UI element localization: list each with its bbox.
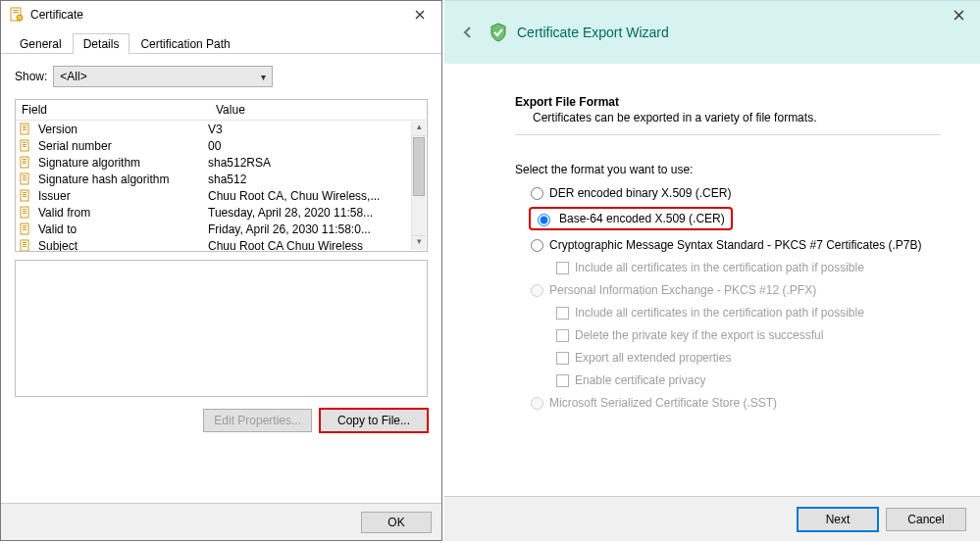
section-title: Export File Format xyxy=(515,95,941,109)
wizard-title: Certificate Export Wizard xyxy=(517,25,669,40)
show-value: <All> xyxy=(60,70,86,83)
list-item[interactable]: IssuerChuu Root CA, Chuu Wireless,... xyxy=(16,187,427,204)
list-item[interactable]: Signature algorithmsha512RSA xyxy=(16,154,427,171)
svg-rect-4 xyxy=(21,123,28,134)
svg-rect-13 xyxy=(23,159,26,160)
export-wizard: Certificate Export Wizard Export File Fo… xyxy=(444,0,980,541)
svg-rect-9 xyxy=(23,142,26,143)
column-value[interactable]: Value xyxy=(212,103,427,117)
svg-rect-18 xyxy=(23,177,26,178)
list-item[interactable]: SubjectChuu Root CA Chuu Wireless xyxy=(16,237,427,251)
checkbox-icon xyxy=(556,329,569,342)
field-name: Signature hash algorithm xyxy=(38,173,208,186)
svg-rect-8 xyxy=(21,140,28,151)
certificate-dialog: Certificate General Details Certificatio… xyxy=(0,0,442,541)
field-icon xyxy=(19,156,34,170)
radio-pfx: Personal Information Exchange - PKCS #12… xyxy=(531,283,941,297)
field-icon xyxy=(19,173,34,186)
radio-der-label: DER encoded binary X.509 (.CER) xyxy=(549,186,731,200)
scroll-thumb[interactable] xyxy=(413,137,425,196)
svg-rect-25 xyxy=(23,209,26,210)
radio-sst-label: Microsoft Serialized Certificate Store (… xyxy=(549,396,777,410)
field-icon xyxy=(19,206,34,220)
tab-strip: General Details Certification Path xyxy=(1,28,441,54)
svg-rect-6 xyxy=(23,127,26,128)
scrollbar[interactable]: ▴ ▾ xyxy=(411,122,426,250)
svg-rect-33 xyxy=(23,242,26,243)
field-name: Issuer xyxy=(38,189,208,203)
field-icon xyxy=(19,123,34,136)
tab-general[interactable]: General xyxy=(9,33,73,54)
list-item[interactable]: Valid fromTuesday, April 28, 2020 11:58.… xyxy=(16,204,427,221)
close-button[interactable] xyxy=(404,1,436,28)
svg-rect-5 xyxy=(23,125,26,126)
checkbox-pfx-privacy: Enable certificate privacy xyxy=(556,373,941,387)
svg-rect-7 xyxy=(23,129,26,130)
field-name: Signature algorithm xyxy=(38,156,208,170)
field-list: Field Value VersionV3Serial number00Sign… xyxy=(15,99,428,252)
section-subtitle: Certificates can be exported in a variet… xyxy=(533,111,941,124)
checkbox-icon xyxy=(556,374,569,387)
field-name: Valid from xyxy=(38,206,208,220)
scroll-up-icon[interactable]: ▴ xyxy=(412,122,426,136)
field-name: Version xyxy=(38,123,208,136)
certificate-icon xyxy=(9,7,25,23)
field-value: Chuu Root CA, Chuu Wireless,... xyxy=(208,189,427,203)
svg-rect-15 xyxy=(23,163,26,164)
titlebar: Certificate xyxy=(1,1,441,28)
tab-certification-path[interactable]: Certification Path xyxy=(129,33,240,54)
radio-p7b[interactable]: Cryptographic Message Syntax Standard - … xyxy=(531,238,941,252)
tab-details[interactable]: Details xyxy=(73,33,130,54)
svg-rect-31 xyxy=(23,229,26,230)
field-icon xyxy=(19,239,34,251)
svg-rect-19 xyxy=(23,179,26,180)
field-value: Tuesday, April 28, 2020 11:58... xyxy=(208,206,427,220)
svg-rect-35 xyxy=(23,246,26,247)
field-value: 00 xyxy=(208,139,427,153)
column-field[interactable]: Field xyxy=(16,103,212,117)
svg-rect-24 xyxy=(21,207,28,218)
checkbox-pfx-extended-props: Export all extended properties xyxy=(556,351,941,365)
ok-button[interactable]: OK xyxy=(361,512,432,533)
list-body: VersionV3Serial number00Signature algori… xyxy=(16,121,427,251)
next-button[interactable]: Next xyxy=(798,508,878,531)
checkbox-icon xyxy=(556,262,569,274)
detail-textbox[interactable] xyxy=(15,260,428,397)
scroll-down-icon[interactable]: ▾ xyxy=(412,235,426,250)
field-icon xyxy=(19,189,34,203)
list-item[interactable]: Serial number00 xyxy=(16,137,427,154)
svg-rect-28 xyxy=(21,223,28,234)
list-item[interactable]: Valid toFriday, April 26, 2030 11:58:0..… xyxy=(16,221,427,237)
svg-rect-1 xyxy=(13,10,19,11)
field-name: Subject xyxy=(38,239,208,251)
cancel-button[interactable]: Cancel xyxy=(886,508,966,531)
field-value: sha512RSA xyxy=(208,156,427,170)
back-arrow-icon[interactable] xyxy=(458,23,478,42)
checkbox-pfx-delete-key: Delete the private key if the export is … xyxy=(556,328,941,342)
dialog-title: Certificate xyxy=(30,8,404,22)
svg-rect-10 xyxy=(23,144,26,145)
svg-rect-29 xyxy=(23,225,26,226)
show-label: Show: xyxy=(15,70,47,83)
field-name: Serial number xyxy=(38,139,208,153)
svg-rect-26 xyxy=(23,211,26,212)
field-value: sha512 xyxy=(208,173,427,186)
radio-der[interactable]: DER encoded binary X.509 (.CER) xyxy=(531,186,941,200)
svg-rect-30 xyxy=(23,227,26,228)
svg-rect-32 xyxy=(21,240,28,251)
radio-base64[interactable]: Base-64 encoded X.509 (.CER) xyxy=(531,209,731,228)
svg-point-3 xyxy=(17,15,23,21)
show-dropdown[interactable]: <All> ▾ xyxy=(53,66,273,87)
field-value: Friday, April 26, 2030 11:58:0... xyxy=(208,222,427,236)
svg-rect-22 xyxy=(23,194,26,195)
svg-rect-23 xyxy=(23,196,26,197)
field-name: Valid to xyxy=(38,222,208,236)
field-icon xyxy=(19,222,34,236)
list-item[interactable]: Signature hash algorithmsha512 xyxy=(16,171,427,187)
field-value: V3 xyxy=(208,123,427,136)
copy-to-file-button[interactable]: Copy to File... xyxy=(320,409,428,432)
list-item[interactable]: VersionV3 xyxy=(16,121,427,137)
radio-sst: Microsoft Serialized Certificate Store (… xyxy=(531,396,941,410)
svg-rect-27 xyxy=(23,213,26,214)
wizard-close-button[interactable] xyxy=(939,1,978,28)
